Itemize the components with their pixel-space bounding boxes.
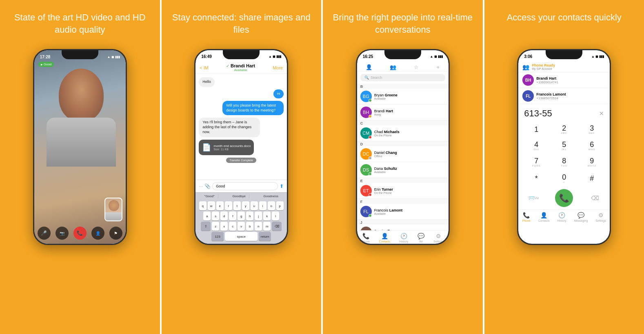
phone-wrapper-4: 3:06 ▲ ◼ ▮▮▮ 👥 Phone Ready My SIP Accoun… [492,49,637,327]
key-t[interactable]: t [233,201,241,210]
back-button[interactable]: < IM [200,65,209,70]
key-7[interactable]: 7 PQRS [522,154,550,170]
status-dot-erin [369,193,372,196]
key-p[interactable]: p [276,201,284,210]
end-call-button[interactable]: 📞 [73,227,87,240]
key-v[interactable]: v [238,222,245,231]
history-dialer-label: History [557,219,566,222]
key-return[interactable]: return [259,232,271,241]
more-options[interactable]: More [273,65,283,70]
contact-chad-michaels[interactable]: CM Chad Michaels On the Phone [357,125,449,141]
key-star[interactable]: * [522,170,550,187]
key-row-2: asdfghjkl [196,212,286,220]
send-icon[interactable]: ⬆ [280,183,284,189]
key-y[interactable]: y [242,201,249,210]
contact-francois-lamont[interactable]: FL Francois Lamont Available [357,204,449,220]
phone-ready-status: Phone Ready [532,63,555,67]
autocorrect-goodbye[interactable]: Goodbye [229,194,249,198]
key-m[interactable]: m [263,222,271,231]
contact-erin-turner[interactable]: ET Erin Turner On the Phone [357,183,449,199]
more-button[interactable]: ⚑ [109,227,122,240]
tab-phone-dialer-active[interactable]: 📞 Phone [522,212,531,222]
key-l[interactable]: l [272,212,279,220]
key-0[interactable]: 0 + [550,170,578,187]
key-u[interactable]: u [251,201,258,210]
key-4[interactable]: 4 GHI [522,138,550,154]
tab-people-icon[interactable]: 👥 [390,64,396,70]
person-button[interactable]: 👤 [91,227,104,240]
chat-input[interactable]: Good [212,182,278,190]
tab-history-dialer[interactable]: 🕐 History [557,212,566,222]
tab-history[interactable]: 🕐 History [400,233,409,243]
contact-daniel-chang[interactable]: DC Daniel Chang Offline [357,146,449,162]
key-9[interactable]: 9 WXYZ [578,154,606,170]
key-123[interactable]: 123 [211,232,224,241]
key-e[interactable]: e [216,201,224,210]
tab-settings[interactable]: ⚙ Settings [433,233,444,243]
tab-settings-dialer[interactable]: ⚙ Settings [595,212,606,222]
contact-jessica-evans[interactable]: JE Jessica Evans Available [357,225,449,230]
key-shift[interactable]: ⇧ [201,222,211,231]
key-5[interactable]: 5 JKL [550,138,578,154]
autocorrect-goodness[interactable]: Goodness [260,194,281,198]
phone-wrapper-1: 17:28 ▲ ◼ ▮▮▮ Good 🎤 📷 📞 👤 [7,49,153,327]
key-space[interactable]: space [225,232,258,241]
key-hash[interactable]: # [578,170,606,187]
mic-button[interactable]: 🎤 [38,227,51,240]
recent-brandi[interactable]: BH Brandi Hart +13920014741 [518,72,610,88]
voicemail-button[interactable]: 📨 VM [526,191,540,205]
panel-chat: Stay connected: share images and files 1… [160,0,322,334]
key-s[interactable]: s [212,212,219,220]
tab-contacts-dialer[interactable]: 👤 Contacts [538,212,550,222]
tab-contacts-active[interactable]: 👤 Contacts [379,233,391,243]
dots-icon: ··· [199,183,203,189]
key-n[interactable]: n [255,222,262,231]
backspace-button[interactable]: ⌫ [588,191,602,205]
key-1[interactable]: 1 [522,121,550,138]
key-2[interactable]: 2 ABC [550,121,578,138]
key-f[interactable]: f [229,212,236,220]
key-h[interactable]: h [246,212,253,220]
key-k[interactable]: k [263,212,271,220]
tab-star-icon[interactable]: ☆ [414,64,419,70]
notch-4 [546,50,582,59]
camera-button[interactable]: 📷 [56,227,69,240]
key-d[interactable]: d [220,212,228,220]
key-j[interactable]: j [255,212,262,220]
search-bar[interactable]: 🔍 Search [360,74,445,81]
key-8[interactable]: 8 TUV [550,154,578,170]
file-name: month end accounts.docx [213,144,251,148]
key-r[interactable]: r [225,201,232,210]
key-i[interactable]: i [259,201,266,210]
recent-name-francois: Francois Lamont [536,92,606,96]
call-button[interactable]: 📞 [555,189,573,207]
tab-phone[interactable]: 📞 Phone [362,233,370,243]
key-6[interactable]: 6 MNO [578,138,606,154]
key-3[interactable]: 3 DEF [578,121,606,138]
key-z[interactable]: z [212,222,219,231]
avatar-francois-dialer: FL [522,90,534,102]
contact-bryan-greene[interactable]: BG Bryan Greene Available [357,89,449,105]
chat-contact-status: Available [234,68,247,72]
tab-messaging-dialer[interactable]: 💬 Messaging [574,212,588,222]
key-w[interactable]: w [208,201,215,210]
autocorrect-good[interactable]: "Good" [201,194,218,198]
contact-dana-schultz[interactable]: DS Dana Schultz Available [357,162,449,178]
key-backspace[interactable]: ⌫ [272,222,282,231]
key-g[interactable]: g [238,212,245,220]
phone-video: 17:28 ▲ ◼ ▮▮▮ Good 🎤 📷 📞 👤 [33,49,127,245]
phone-wrapper-3: 16:25 ▲ ◼ ▮▮▮ 👤 👥 ☆ + 🔍 Search [330,49,475,327]
search-icon: 🔍 [364,76,369,80]
tab-im[interactable]: 💬 IM [417,233,424,243]
tab-person-icon[interactable]: 👤 [366,64,372,70]
clear-icon[interactable]: ✕ [599,110,604,117]
key-o[interactable]: o [268,201,275,210]
recent-francois[interactable]: FL Francois Lamont +13885072524 [518,88,610,104]
key-b[interactable]: b [246,222,253,231]
key-q[interactable]: q [199,201,207,210]
key-x[interactable]: x [220,222,228,231]
key-a[interactable]: a [203,212,211,220]
contact-brandi-hart[interactable]: BH Brandi Hart Away [357,105,449,120]
key-c[interactable]: c [229,222,236,231]
tab-plus-icon[interactable]: + [437,64,440,70]
